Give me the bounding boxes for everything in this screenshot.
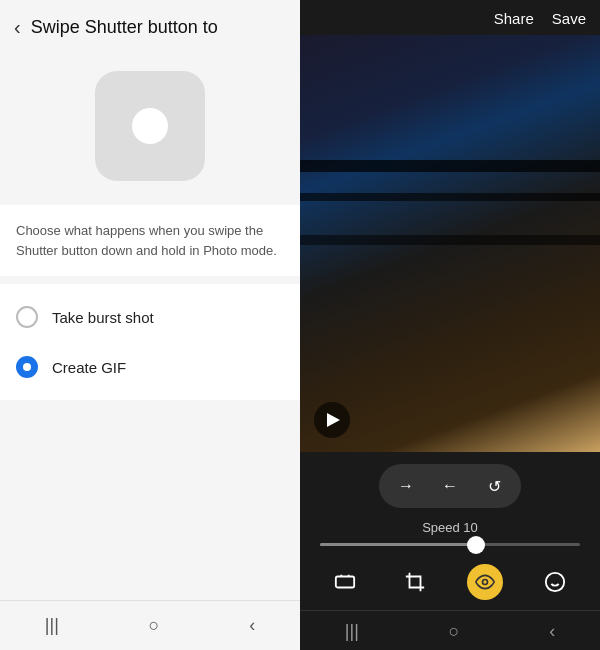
option-burst-label: Take burst shot [52, 309, 154, 326]
radio-burst[interactable] [16, 306, 38, 328]
right-menu-icon[interactable]: ||| [345, 621, 359, 642]
right-header: Share Save [300, 0, 600, 35]
left-header: ‹ Swipe Shutter button to [0, 0, 300, 51]
forward-btn[interactable]: → [387, 470, 425, 502]
option-burst[interactable]: Take burst shot [0, 292, 300, 342]
radio-gif[interactable] [16, 356, 38, 378]
options-box: Take burst shot Create GIF [0, 284, 300, 400]
left-back-icon[interactable]: ‹ [249, 615, 255, 636]
description-text: Choose what happens when you swipe the S… [16, 223, 277, 258]
left-home-icon[interactable]: ○ [149, 615, 160, 636]
crop-btn[interactable] [397, 564, 433, 600]
description-box: Choose what happens when you swipe the S… [0, 205, 300, 276]
video-area [300, 35, 600, 452]
save-button[interactable]: Save [552, 10, 586, 27]
slider-fill [320, 543, 476, 546]
option-gif-label: Create GIF [52, 359, 126, 376]
reverse-btn[interactable]: ↺ [475, 470, 513, 502]
left-panel: ‹ Swipe Shutter button to Choose what ha… [0, 0, 300, 650]
emoji-btn[interactable] [537, 564, 573, 600]
svg-point-2 [546, 573, 564, 591]
right-bottom-nav: ||| ○ ‹ [300, 610, 600, 650]
page-title: Swipe Shutter button to [31, 17, 218, 38]
right-back-icon[interactable]: ‹ [549, 621, 555, 642]
direction-buttons: → ← ↺ [310, 464, 590, 508]
left-bottom-nav: ||| ○ ‹ [0, 600, 300, 650]
speed-label: Speed 10 [310, 520, 590, 535]
shutter-icon [95, 71, 205, 181]
back-button[interactable]: ‹ [14, 16, 21, 39]
shutter-illustration [0, 51, 300, 205]
svg-rect-0 [336, 577, 354, 588]
slider-track [320, 543, 580, 546]
video-bar-2 [300, 193, 600, 201]
eye-btn[interactable] [467, 564, 503, 600]
right-panel: Share Save → ← ↺ Speed 10 [300, 0, 600, 650]
option-gif[interactable]: Create GIF [0, 342, 300, 392]
slider-thumb[interactable] [467, 536, 485, 554]
right-home-icon[interactable]: ○ [449, 621, 460, 642]
left-menu-icon[interactable]: ||| [45, 615, 59, 636]
share-button[interactable]: Share [494, 10, 534, 27]
video-edit-btn[interactable] [327, 564, 363, 600]
video-bar-1 [300, 160, 600, 172]
speed-slider-container[interactable] [310, 543, 590, 546]
controls-area: → ← ↺ Speed 10 [300, 452, 600, 610]
video-bar-3 [300, 235, 600, 245]
play-button[interactable] [314, 402, 350, 438]
radio-gif-inner [23, 363, 31, 371]
svg-point-1 [483, 580, 488, 585]
video-background [300, 35, 600, 452]
shutter-circle [132, 108, 168, 144]
tool-buttons [310, 560, 590, 604]
play-icon [327, 413, 340, 427]
backward-btn[interactable]: ← [431, 470, 469, 502]
dir-btn-group: → ← ↺ [379, 464, 521, 508]
